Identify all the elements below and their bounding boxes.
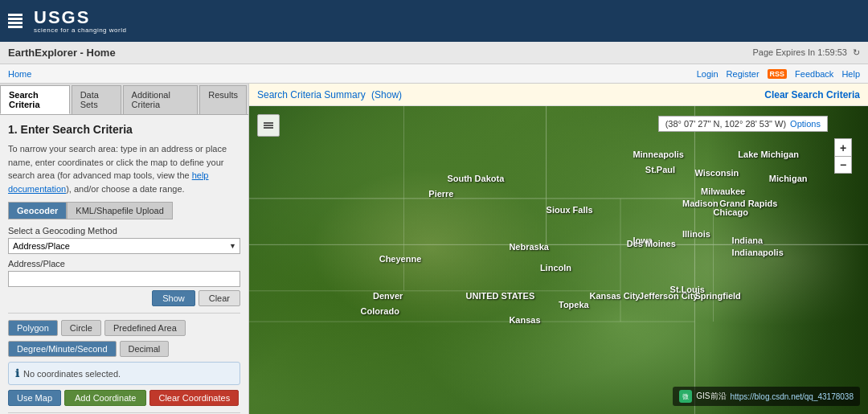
main-layout: Search Criteria Data Sets Additional Cri… bbox=[0, 84, 868, 414]
no-coords-text: No coordinates selected. bbox=[23, 369, 121, 379]
layers-icon bbox=[262, 119, 275, 132]
geocoding-select[interactable]: Address/Place bbox=[8, 238, 240, 254]
tab-bar: Search Criteria Data Sets Additional Cri… bbox=[0, 84, 248, 115]
zoom-in-button[interactable]: + bbox=[834, 138, 852, 156]
logo-stripes bbox=[8, 14, 23, 28]
nav-right: Login Register RSS Feedback Help bbox=[697, 69, 860, 79]
title-bar: EarthExplorer - Home Page Expires In 1:5… bbox=[0, 42, 868, 64]
no-coords-box: ℹ No coordinates selected. bbox=[8, 362, 240, 385]
show-button[interactable]: Show bbox=[152, 290, 195, 306]
decimal-tab[interactable]: Decimal bbox=[120, 341, 170, 357]
address-label: Address/Place bbox=[8, 259, 240, 268]
kml-tab[interactable]: KML/Shapefile Upload bbox=[67, 202, 172, 219]
watermark-label: GIS前沿 bbox=[696, 391, 726, 402]
refresh-icon[interactable]: ↻ bbox=[853, 47, 860, 57]
polygon-tab[interactable]: Polygon bbox=[8, 320, 58, 336]
use-map-button[interactable]: Use Map bbox=[8, 390, 61, 406]
divider-1 bbox=[8, 313, 240, 314]
map-container[interactable]: (38° 07' 27" N, 102° 28' 53" W) Options … bbox=[249, 106, 868, 414]
svg-rect-12 bbox=[264, 127, 273, 129]
wechat-icon: 微 bbox=[679, 390, 692, 403]
svg-rect-11 bbox=[264, 125, 273, 126]
circle-tab[interactable]: Circle bbox=[61, 320, 101, 336]
geocoding-label: Select a Geocoding Method bbox=[8, 226, 240, 236]
watermark-url: https://blog.csdn.net/qq_43178038 bbox=[731, 392, 854, 401]
coord-btn-row: Use Map Add Coordinate Clear Coordinates bbox=[8, 390, 240, 406]
usgs-tagline: science for a changing world bbox=[34, 27, 126, 34]
tab-additional-criteria[interactable]: Additional Criteria bbox=[123, 85, 199, 114]
predefined-tab[interactable]: Predefined Area bbox=[104, 320, 186, 336]
nav-left: Home bbox=[8, 68, 31, 80]
feedback-link[interactable]: Feedback bbox=[795, 69, 833, 79]
login-link[interactable]: Login bbox=[697, 69, 719, 79]
usgs-text: USGS bbox=[34, 9, 126, 27]
geocoding-method-group: Select a Geocoding Method Address/Place bbox=[8, 226, 240, 254]
left-panel: Search Criteria Data Sets Additional Cri… bbox=[0, 84, 249, 414]
watermark: 微 GIS前沿 https://blog.csdn.net/qq_4317803… bbox=[673, 387, 860, 406]
tab-search-criteria[interactable]: Search Criteria bbox=[0, 85, 70, 114]
tab-data-sets[interactable]: Data Sets bbox=[72, 85, 121, 114]
usgs-logo: USGS science for a changing world bbox=[8, 9, 126, 34]
map-area: Search Criteria Summary (Show) Clear Sea… bbox=[249, 84, 868, 414]
expires-text: Page Expires In 1:59:53 ↻ bbox=[753, 47, 860, 58]
add-coordinate-button[interactable]: Add Coordinate bbox=[64, 390, 146, 406]
panel-heading: 1. Enter Search Criteria bbox=[8, 123, 240, 136]
coord-tabs: Degree/Minute/Second Decimal bbox=[8, 341, 240, 357]
rss-badge[interactable]: RSS bbox=[768, 69, 788, 79]
clear-coordinates-button[interactable]: Clear Coordinates bbox=[149, 390, 239, 406]
coordinate-tooltip: (38° 07' 27" N, 102° 28' 53" W) Options bbox=[658, 116, 828, 132]
tab-results[interactable]: Results bbox=[199, 85, 247, 114]
help-link[interactable]: Help bbox=[841, 69, 860, 79]
show-summary-link[interactable]: (Show) bbox=[371, 89, 402, 100]
map-borders-svg bbox=[249, 106, 868, 414]
info-icon: ℹ bbox=[15, 367, 19, 379]
map-zoom-controls: + − bbox=[834, 138, 852, 174]
geocoder-tab[interactable]: Geocoder bbox=[8, 202, 67, 219]
usgs-header: USGS science for a changing world bbox=[0, 0, 868, 42]
zoom-out-button[interactable]: − bbox=[834, 156, 852, 174]
search-summary: Search Criteria Summary (Show) bbox=[257, 89, 402, 100]
address-input[interactable] bbox=[8, 271, 240, 287]
map-layer-button[interactable] bbox=[257, 114, 280, 137]
search-criteria-bar: Search Criteria Summary (Show) Clear Sea… bbox=[249, 84, 868, 106]
address-btn-row: Show Clear bbox=[8, 290, 240, 306]
page-title: EarthExplorer - Home bbox=[8, 47, 116, 59]
panel-content: 1. Enter Search Criteria To narrow your … bbox=[0, 115, 248, 414]
poly-tabs: Polygon Circle Predefined Area bbox=[8, 320, 240, 336]
clear-button[interactable]: Clear bbox=[199, 290, 240, 306]
geocoding-select-wrapper: Address/Place bbox=[8, 238, 240, 254]
home-link[interactable]: Home bbox=[8, 69, 31, 79]
divider-2 bbox=[8, 412, 240, 413]
svg-rect-10 bbox=[264, 122, 273, 124]
clear-search-criteria-button[interactable]: Clear Search Criteria bbox=[764, 89, 860, 100]
degree-tab[interactable]: Degree/Minute/Second bbox=[8, 341, 117, 357]
address-group: Address/Place Show Clear bbox=[8, 259, 240, 306]
options-link[interactable]: Options bbox=[790, 119, 821, 129]
geocoder-tabs: Geocoder KML/Shapefile Upload bbox=[8, 202, 240, 219]
panel-description: To narrow your search area: type in an a… bbox=[8, 142, 240, 195]
coordinate-text: (38° 07' 27" N, 102° 28' 53" W) bbox=[665, 119, 786, 129]
register-link[interactable]: Register bbox=[727, 69, 760, 79]
nav-bar: Home Login Register RSS Feedback Help bbox=[0, 64, 868, 84]
